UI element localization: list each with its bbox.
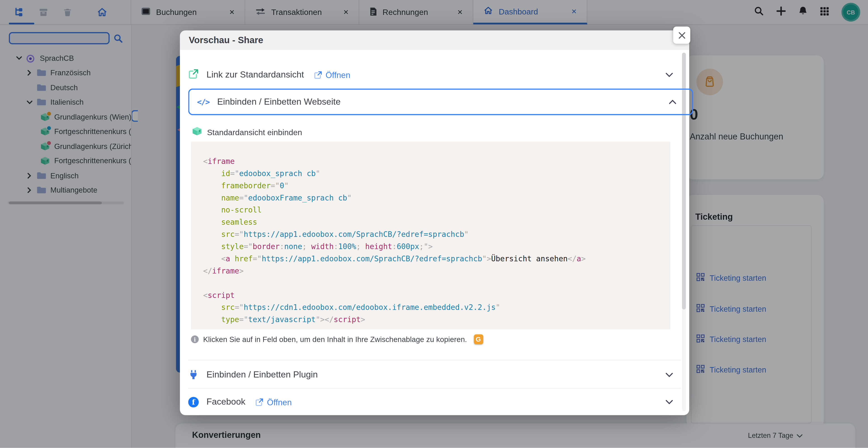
share-preview-modal: Vorschau - Share Link zur Standardansich… bbox=[180, 31, 689, 415]
code-line: <a href="https://app1.edoobox.com/Sprach… bbox=[203, 253, 658, 265]
modal-title: Vorschau - Share bbox=[189, 35, 263, 45]
info-icon: i bbox=[191, 335, 199, 343]
code-line: style="border:none; width:100%; height:6… bbox=[203, 240, 658, 253]
code-line: seamless bbox=[203, 216, 658, 228]
code-line: frameborder="0" bbox=[203, 179, 658, 191]
chevron-down-icon bbox=[665, 372, 673, 377]
grammar-extension-badge[interactable]: G bbox=[473, 334, 483, 344]
close-icon bbox=[678, 31, 686, 39]
code-line: <script bbox=[203, 289, 658, 301]
code-line: name="edooboxFrame_sprach cb" bbox=[203, 191, 658, 204]
facebook-icon: f bbox=[188, 397, 199, 407]
code-line: id="edoobox_sprach cb" bbox=[203, 167, 658, 180]
app-root: Buchungen✕Transaktionen✕Rechnungen✕Dashb… bbox=[0, 0, 868, 448]
package-icon bbox=[192, 127, 202, 137]
modal-close-button[interactable] bbox=[673, 27, 690, 44]
accordion-label: Link zur Standardansicht bbox=[206, 70, 304, 80]
external-link-icon bbox=[255, 398, 264, 406]
accordion-label: Einbinden / Einbetten Webseite bbox=[217, 97, 341, 107]
plug-icon bbox=[188, 370, 199, 380]
chevron-up-icon bbox=[669, 99, 676, 104]
divider bbox=[188, 360, 681, 360]
code-line: </iframe> bbox=[203, 265, 658, 277]
embed-code-field[interactable]: <iframe id="edoobox_sprach cb" framebord… bbox=[191, 142, 671, 329]
accordion-row-standard-link[interactable]: Link zur Standardansicht Öffnen bbox=[188, 63, 681, 87]
code-line bbox=[203, 277, 658, 289]
modal-header: Vorschau - Share bbox=[180, 31, 689, 50]
accordion-label: Einbinden / Einbetten Plugin bbox=[206, 370, 318, 380]
chevron-down-icon bbox=[665, 399, 673, 404]
code-line: src="https://cdn1.edoobox.com/edoobox.if… bbox=[203, 301, 658, 313]
code-line: <iframe bbox=[203, 155, 658, 167]
code-line: type="text/javascript"></script> bbox=[203, 313, 658, 325]
external-link-green-icon bbox=[188, 68, 199, 81]
accordion-row-facebook[interactable]: f Facebook Öffnen bbox=[188, 390, 681, 414]
code-icon: </> bbox=[197, 97, 210, 106]
code-line: no-scroll bbox=[203, 204, 658, 216]
embed-section-label: Standardansicht einbinden bbox=[192, 127, 302, 137]
divider bbox=[188, 388, 681, 389]
chevron-down-icon bbox=[665, 72, 673, 77]
accordion-row-embed-webseite[interactable]: </> Einbinden / Einbetten Webseite bbox=[188, 89, 693, 115]
accordion-label: Facebook bbox=[206, 397, 245, 407]
external-link-icon bbox=[314, 70, 322, 79]
accordion-row-embed-plugin[interactable]: Einbinden / Einbetten Plugin bbox=[188, 362, 681, 387]
code-line: src="https://app1.edoobox.com/SprachCB/?… bbox=[203, 228, 658, 240]
open-facebook-link[interactable]: Öffnen bbox=[255, 397, 292, 407]
open-standard-view-link[interactable]: Öffnen bbox=[314, 70, 350, 79]
clipboard-info: i Klicken Sie auf in Feld oben, um den I… bbox=[191, 334, 483, 344]
